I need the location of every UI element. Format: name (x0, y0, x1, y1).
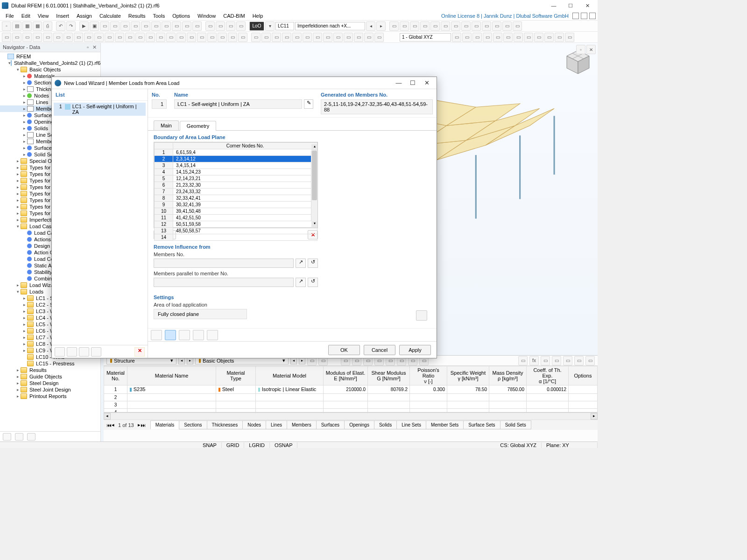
menu-results[interactable]: Results (125, 12, 149, 20)
materials-table[interactable]: Material No. Material Name Material Type… (104, 366, 598, 413)
d9-icon[interactable]: ▭ (84, 33, 93, 42)
grid-row[interactable]: 1141,42,51,50 (155, 215, 317, 221)
col-e[interactable]: Modulus of Elast. E [N/mm²] (324, 366, 368, 385)
minimize-button[interactable]: — (545, 0, 562, 11)
bpt17-icon[interactable]: ▭ (585, 356, 595, 365)
d17-icon[interactable]: ▭ (166, 33, 176, 42)
list-b3-icon[interactable] (79, 347, 89, 357)
col-no[interactable]: Material No. (104, 366, 127, 385)
data-tab[interactable]: Solid Sets (500, 420, 531, 429)
data-tab[interactable]: Nodes (242, 420, 266, 429)
col-nu[interactable]: Poisson's Ratio ν [-] (410, 366, 447, 385)
status-osnap[interactable]: OSNAP (270, 442, 298, 448)
d45-icon[interactable]: ▭ (503, 33, 513, 42)
navigator-pin-icon[interactable]: ▫ (85, 44, 91, 50)
bpt15-icon[interactable]: ▭ (563, 356, 572, 365)
d23-icon[interactable]: ▭ (228, 33, 237, 42)
col-name[interactable]: Material Name (127, 366, 216, 385)
dialog-list[interactable]: 1 LC1 - Self-weight | Uniform | ZA (52, 101, 148, 345)
d33-icon[interactable]: ▭ (333, 33, 343, 42)
d26-icon[interactable]: ▭ (261, 33, 271, 42)
data-tab[interactable]: Members (287, 420, 317, 429)
print-icon[interactable]: ⎙ (43, 21, 52, 31)
list-new-icon[interactable] (55, 347, 65, 357)
mtb3-icon[interactable] (179, 330, 190, 340)
d44-icon[interactable]: ▭ (493, 33, 502, 42)
mtb4-icon[interactable] (193, 330, 204, 340)
data-tab[interactable]: Solids (374, 420, 397, 429)
t10-icon[interactable]: ▭ (192, 21, 202, 31)
calc-icon[interactable]: ▣ (90, 21, 99, 31)
dialog-minimize-button[interactable]: — (392, 79, 406, 86)
grid-vscroll[interactable]: ▴▾ (311, 151, 317, 221)
close-button[interactable]: ✕ (579, 0, 596, 11)
saveall-icon[interactable]: ▦ (33, 21, 42, 31)
t2-icon[interactable]: ▭ (110, 21, 120, 31)
menu-cadbim[interactable]: CAD-BIM (219, 12, 248, 20)
d35-icon[interactable]: ▭ (354, 33, 363, 42)
maximize-button[interactable]: ☐ (562, 0, 579, 11)
col-gamma[interactable]: Specific Weight γ [kN/m³] (447, 366, 489, 385)
mtb1-icon[interactable] (151, 330, 162, 340)
d19-icon[interactable]: ▭ (187, 33, 196, 42)
undo-icon[interactable]: ↶ (56, 21, 65, 31)
d22-icon[interactable]: ▭ (218, 33, 227, 42)
d42-icon[interactable]: ▭ (472, 33, 482, 42)
members-clear-icon[interactable]: ↺ (308, 259, 318, 268)
cancel-button[interactable]: Cancel (364, 345, 395, 355)
d16-icon[interactable]: ▭ (156, 33, 165, 42)
nav-foot-cam-icon[interactable] (27, 433, 35, 441)
d13-icon[interactable]: ▭ (125, 33, 134, 42)
t14-icon[interactable]: ▭ (236, 21, 246, 31)
d34-icon[interactable]: ▭ (344, 33, 353, 42)
boundary-grid[interactable]: Corner Nodes No. 16,61,59,422,3,14,1233,… (154, 142, 318, 228)
data-tab[interactable]: Materials (150, 420, 180, 429)
lco-badge[interactable]: LoO (249, 21, 264, 31)
menu-window[interactable]: Window (194, 12, 219, 20)
d4-icon[interactable]: ▭ (33, 33, 42, 42)
tree-item[interactable]: ▸Steel Design (0, 380, 100, 386)
bpt12-icon[interactable]: fx (529, 356, 539, 365)
menu-tools[interactable]: Tools (149, 12, 169, 20)
d14-icon[interactable]: ▭ (135, 33, 145, 42)
d18-icon[interactable]: ▭ (176, 33, 186, 42)
menu-file[interactable]: File (2, 12, 18, 20)
col-rho[interactable]: Mass Density ρ [kg/m³] (489, 366, 527, 385)
redo-icon[interactable]: ↷ (66, 21, 76, 31)
status-grid[interactable]: GRID (222, 442, 245, 448)
menu-help[interactable]: Help (249, 12, 267, 20)
menu-options[interactable]: Options (169, 12, 194, 20)
d46-icon[interactable]: ▭ (514, 33, 523, 42)
grid-row[interactable]: 1039,41,50,48 (155, 208, 317, 215)
menu-edit[interactable]: Edit (18, 12, 34, 20)
d25-icon[interactable]: ▭ (251, 33, 261, 42)
tb-c-icon[interactable]: ▭ (410, 21, 419, 31)
menu-assign[interactable]: Assign (73, 12, 96, 20)
table-row[interactable]: 3 (104, 401, 598, 409)
data-tab[interactable]: Thicknesses (207, 420, 243, 429)
table-row[interactable]: 2 (104, 394, 598, 401)
data-tab[interactable]: Lines (266, 420, 287, 429)
d48-icon[interactable]: ▭ (534, 33, 543, 42)
lco-pick-icon[interactable]: ▾ (265, 21, 275, 31)
grid-row[interactable]: 832,33,42,41 (155, 195, 317, 202)
t13-icon[interactable]: ▭ (226, 21, 235, 31)
col-opts[interactable]: Options (569, 366, 598, 385)
bpt14-icon[interactable]: ▭ (552, 356, 561, 365)
nav-foot-eye-icon[interactable] (15, 433, 23, 441)
d29-icon[interactable]: ▭ (292, 33, 302, 42)
tab-first-icon[interactable]: ⏮ (106, 422, 112, 428)
tree-item[interactable]: ▾Stahlhalle_Verband_Joints2 (1) (2).rf6* (0, 60, 100, 66)
tb-k-icon[interactable]: ▭ (492, 21, 501, 31)
data-tab[interactable]: Member Sets (426, 420, 464, 429)
list-delete-button[interactable]: ✕ (134, 347, 145, 357)
restore-child-icon[interactable] (572, 13, 579, 19)
loadcase-desc-input[interactable] (295, 22, 365, 30)
tab-main[interactable]: Main (154, 120, 179, 130)
preview-button-icon[interactable] (416, 310, 427, 321)
grid-row[interactable]: 16,61,59,4 (155, 149, 317, 156)
lc-next-icon[interactable]: ▸ (376, 21, 386, 31)
d49-icon[interactable]: ▭ (544, 33, 554, 42)
t4-icon[interactable]: ▭ (131, 21, 140, 31)
d12-icon[interactable]: ▭ (115, 33, 124, 42)
